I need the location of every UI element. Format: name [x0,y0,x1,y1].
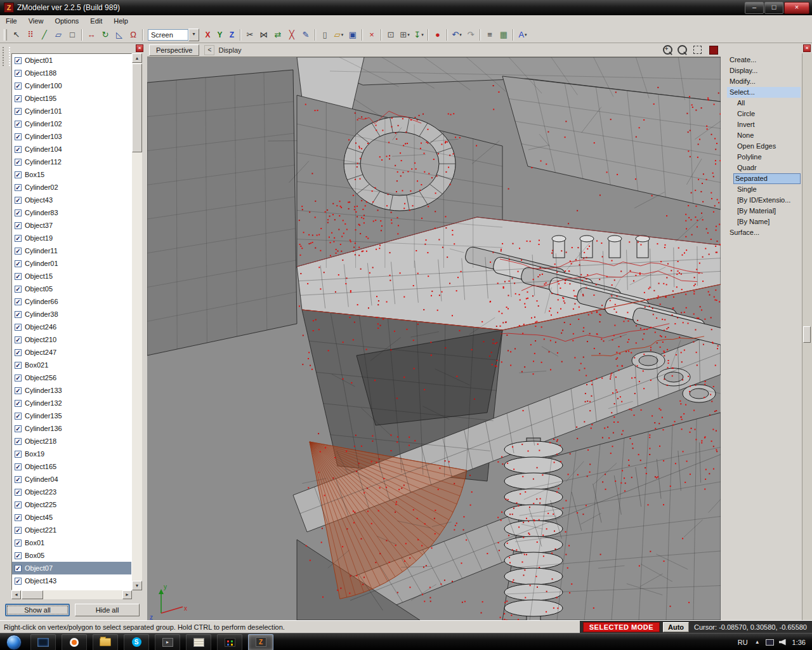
start-button[interactable] [6,635,22,650]
visibility-checkbox[interactable]: ✓ [15,57,22,64]
redo-icon[interactable]: ↷ [464,29,477,41]
visibility-checkbox[interactable]: ✓ [15,540,22,547]
object-list-item[interactable]: ✓Cylinder11 [12,244,131,257]
undo-icon[interactable]: ↶▾ [450,29,463,41]
object-list-item[interactable]: ✓Box01 [12,536,131,549]
visibility-checkbox[interactable]: ✓ [15,463,22,470]
command-by-id-extensio[interactable]: [By ID/Extensio... [727,195,801,206]
visibility-checkbox[interactable]: ✓ [15,324,22,331]
object-list-item[interactable]: ✓Object221 [12,524,131,536]
object-list-item[interactable]: ✓Cylinder66 [12,295,131,308]
close-button[interactable]: × [784,2,809,14]
command-display[interactable]: Display... [727,65,801,76]
object-list-item[interactable]: ✓Cylinder133 [12,384,131,397]
scroll-thumb[interactable] [132,63,142,152]
menu-options[interactable]: Options [49,16,84,26]
taskbar-game-button[interactable] [217,634,242,650]
visibility-checkbox[interactable]: ✓ [15,552,22,559]
close-object-list-button[interactable]: × [136,44,143,52]
axis-z-button[interactable]: Z [226,29,237,41]
visibility-checkbox[interactable]: ✓ [15,108,22,115]
command-all[interactable]: All [727,98,801,109]
visibility-checkbox[interactable]: ✓ [15,489,22,496]
visibility-checkbox[interactable]: ✓ [15,197,22,204]
taskbar-spreadsheet-button[interactable] [186,634,211,650]
screen-mode-dropdown[interactable]: Screen▾ [148,29,199,41]
auto-button[interactable]: Auto [663,622,689,632]
object-list-item[interactable]: ✓Cylinder01 [12,257,131,270]
object-list-item[interactable]: ✓Box021 [12,359,131,371]
command-panel-scrollbar[interactable] [802,53,812,620]
menu-file[interactable]: File [0,16,23,26]
visibility-checkbox[interactable]: ✓ [15,286,22,293]
maximize-button[interactable]: □ [764,2,783,14]
view-mode-label[interactable]: Display [218,46,241,54]
snap-tool-icon[interactable]: Ω [127,29,140,41]
object-list-item[interactable]: ✓Cylinder38 [12,308,131,321]
close-command-panel-button[interactable]: × [803,44,811,52]
command-by-material[interactable]: [By Material] [727,206,801,216]
visibility-checkbox[interactable]: ✓ [15,375,22,381]
visibility-checkbox[interactable]: ✓ [15,400,22,407]
language-indicator[interactable]: RU [734,639,752,646]
command-polyline[interactable]: Polyline [727,152,801,162]
measure-tool-icon[interactable]: ✎ [299,29,312,41]
show-hidden-icons-button[interactable]: ▲ [752,639,763,645]
copy-icon[interactable]: ⊞▾ [398,29,411,41]
taskbar-zmodeler-taskbar-button[interactable] [248,634,273,650]
object-list-item[interactable]: ✓Object37 [12,219,131,232]
object-list-item[interactable]: ✓Object143 [12,574,131,587]
axis-y-button[interactable]: Y [214,29,225,41]
panel-grip-icon[interactable] [3,47,10,66]
object-list-vertical-scrollbar[interactable]: ▲ ▼ [132,53,142,590]
command-surface[interactable]: Surface... [727,227,801,238]
object-list-item[interactable]: ✓Object01 [12,54,131,67]
record-icon[interactable]: ● [431,29,444,41]
command-single[interactable]: Single [727,184,801,195]
taskbar-media-player-button[interactable] [155,634,180,650]
move-tool-icon[interactable]: ↔ [85,29,98,41]
clock[interactable]: 1:36 [792,639,806,646]
visibility-checkbox[interactable]: ✓ [15,387,22,394]
zoom-region-icon[interactable] [678,45,687,55]
visibility-checkbox[interactable]: ✓ [15,425,22,432]
command-create[interactable]: Create... [727,55,801,65]
perspective-view-button[interactable]: Perspective [149,44,199,56]
mirror-tool-icon[interactable]: ⇄ [272,29,284,41]
command-none[interactable]: None [727,130,801,141]
axis-x-button[interactable]: X [202,29,213,41]
visibility-checkbox[interactable]: ✓ [15,235,22,242]
visibility-checkbox[interactable]: ✓ [15,476,22,483]
visibility-checkbox[interactable]: ✓ [15,273,22,280]
object-list-item[interactable]: ✓Object188 [12,67,131,79]
weld-tool-icon[interactable]: ⋈ [258,29,270,41]
scale-tool-icon[interactable]: ◺ [113,29,126,41]
material-brush-icon[interactable]: A▾ [516,29,529,41]
visibility-checkbox[interactable]: ✓ [15,336,22,343]
visibility-checkbox[interactable]: ✓ [15,349,22,356]
import-icon[interactable]: ↧▾ [412,29,425,41]
visibility-checkbox[interactable]: ✓ [15,578,22,585]
minimize-button[interactable]: – [745,2,764,14]
visibility-checkbox[interactable]: ✓ [15,311,22,318]
save-file-icon[interactable]: ▣ [346,29,359,41]
object-list-item[interactable]: ✓Cylinder83 [12,206,131,219]
taskbar-app-window-button[interactable] [30,634,56,650]
volume-icon[interactable] [779,639,786,646]
command-open-edges[interactable]: Open Edges [727,141,801,152]
scroll-left-icon[interactable]: ◄ [11,590,21,599]
dropdown-arrow-icon[interactable]: ▾ [188,29,199,41]
command-panel-scroll-thumb[interactable] [803,326,811,343]
taskbar-skype-button[interactable] [124,634,149,650]
object-list-item[interactable]: ✓Box19 [12,448,131,460]
visibility-checkbox[interactable]: ✓ [15,133,22,140]
object-list-item[interactable]: ✓Cylinder100 [12,79,131,92]
object-list-item[interactable]: ✓Object195 [12,92,131,105]
object-list-item[interactable]: ✓Cylinder135 [12,409,131,422]
menu-help[interactable]: Help [108,16,134,26]
object-list-item[interactable]: ✓Object256 [12,371,131,384]
visibility-checkbox[interactable]: ✓ [15,565,22,572]
visibility-checkbox[interactable]: ✓ [15,146,22,153]
object-list-item[interactable]: ✓Object15 [12,270,131,282]
visibility-checkbox[interactable]: ✓ [15,70,22,77]
